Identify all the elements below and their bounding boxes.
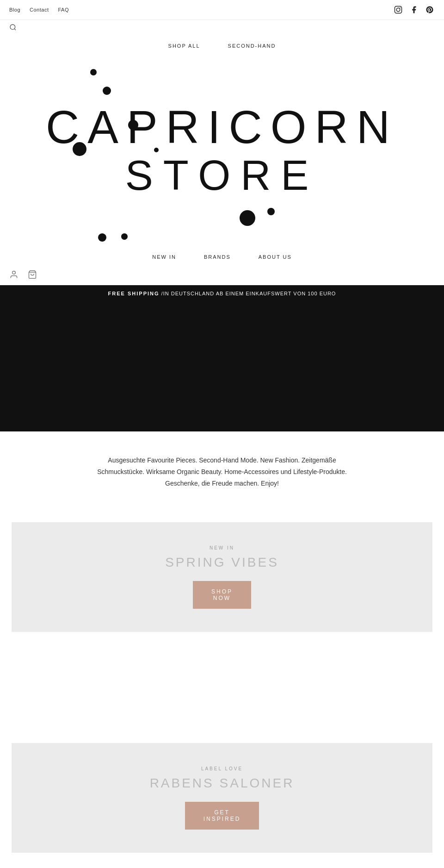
dot-9 <box>121 233 128 240</box>
main-nav-top: SHOP ALL SECOND-HAND <box>0 37 444 55</box>
svg-point-2 <box>400 7 401 8</box>
shop-all-link[interactable]: SHOP ALL <box>168 43 200 49</box>
top-nav: Blog Contact FAQ <box>0 0 444 20</box>
blog-link[interactable]: Blog <box>9 7 20 12</box>
dot-4 <box>73 142 86 156</box>
cart-button[interactable] <box>28 270 37 281</box>
rabens-saloner-section: LABEL LOVE RABENS SALONER GETINSPIRED <box>12 743 432 853</box>
dot-6 <box>240 210 255 226</box>
hero-image <box>0 302 444 431</box>
svg-point-3 <box>10 25 15 30</box>
dot-3 <box>128 120 138 130</box>
second-hand-link[interactable]: SECOND-HAND <box>228 43 276 49</box>
dot-8 <box>98 233 106 242</box>
description-section: Ausgesuchte Favourite Pieces. Second-Han… <box>0 431 444 513</box>
top-nav-links: Blog Contact FAQ <box>9 7 69 12</box>
description-text: Ausgesuchte Favourite Pieces. Second-Han… <box>74 455 370 490</box>
dot-5 <box>154 148 159 152</box>
get-inspired-button[interactable]: GETINSPIRED <box>185 802 259 830</box>
logo-container: CAPRICORN STORE <box>46 104 398 196</box>
brands-link[interactable]: BRANDS <box>204 254 231 260</box>
spring-vibes-section: NEW IN SPRING VIBES SHOPNOW <box>12 522 432 632</box>
spring-vibes-title: SPRING VIBES <box>165 555 279 570</box>
new-in-link[interactable]: NEW IN <box>152 254 176 260</box>
about-us-link[interactable]: ABOUT US <box>259 254 292 260</box>
shipping-banner: FREE SHIPPING /IN DEUTSCHLAND AB EINEM E… <box>0 285 444 302</box>
search-row <box>0 20 444 37</box>
instagram-icon[interactable] <box>393 5 403 15</box>
secondary-nav: NEW IN BRANDS ABOUT US <box>0 250 444 266</box>
search-button[interactable] <box>9 24 17 33</box>
svg-line-4 <box>14 29 16 30</box>
svg-point-1 <box>396 8 400 12</box>
facebook-icon[interactable] <box>409 5 419 15</box>
svg-point-5 <box>12 271 16 275</box>
dot-1 <box>90 69 97 75</box>
shipping-bold: FREE SHIPPING <box>108 291 160 296</box>
dot-2 <box>103 87 111 95</box>
hero-logo-section: CAPRICORN STORE <box>0 55 444 250</box>
logo-line2: STORE <box>46 155 398 196</box>
white-gap-1 <box>0 641 444 743</box>
logo-line1: CAPRICORN <box>46 104 398 150</box>
shop-now-button[interactable]: SHOPNOW <box>193 581 251 609</box>
account-button[interactable] <box>9 270 18 281</box>
utility-icons <box>0 266 444 285</box>
contact-link[interactable]: Contact <box>30 7 49 12</box>
faq-link[interactable]: FAQ <box>58 7 69 12</box>
shipping-text: /IN DEUTSCHLAND AB EINEM EINKAUFSWERT VO… <box>160 291 336 296</box>
dot-7 <box>267 208 275 215</box>
rabens-saloner-title: RABENS SALONER <box>150 776 295 791</box>
spring-vibes-label: NEW IN <box>210 545 234 550</box>
social-icons <box>393 5 435 15</box>
svg-rect-0 <box>395 6 402 13</box>
rabens-saloner-label: LABEL LOVE <box>201 766 243 771</box>
pinterest-icon[interactable] <box>425 5 435 15</box>
